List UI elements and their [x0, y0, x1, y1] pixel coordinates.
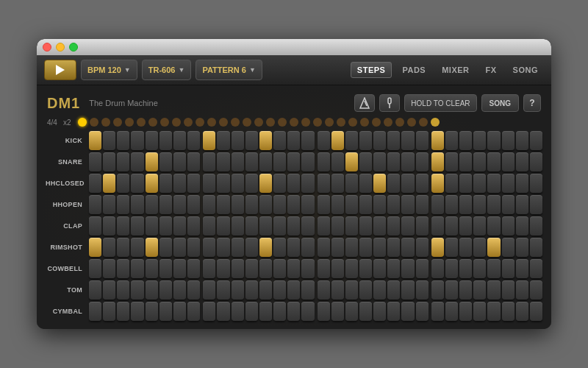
step-btn-2-13[interactable]: [273, 174, 286, 193]
step-btn-2-8[interactable]: [203, 174, 215, 193]
step-btn-0-13[interactable]: [273, 131, 286, 150]
step-btn-0-25[interactable]: [445, 131, 458, 150]
step-btn-4-6[interactable]: [173, 216, 186, 236]
step-btn-8-9[interactable]: [217, 302, 229, 321]
step-btn-2-11[interactable]: [245, 174, 258, 193]
step-btn-4-31[interactable]: [530, 216, 542, 236]
step-btn-0-30[interactable]: [516, 131, 528, 150]
step-btn-5-31[interactable]: [530, 238, 542, 257]
step-btn-6-7[interactable]: [187, 259, 200, 278]
step-btn-6-8[interactable]: [203, 259, 215, 278]
step-btn-1-0[interactable]: [89, 152, 101, 171]
step-btn-5-2[interactable]: [117, 238, 129, 257]
step-btn-0-24[interactable]: [431, 131, 444, 150]
step-btn-1-12[interactable]: [259, 152, 272, 171]
step-btn-5-28[interactable]: [487, 238, 500, 257]
step-btn-2-19[interactable]: [359, 174, 372, 193]
step-btn-8-8[interactable]: [203, 302, 215, 321]
step-btn-4-17[interactable]: [331, 216, 344, 236]
step-btn-8-3[interactable]: [131, 302, 143, 321]
step-btn-5-11[interactable]: [245, 238, 258, 257]
step-btn-5-26[interactable]: [459, 238, 472, 257]
step-btn-6-30[interactable]: [516, 259, 528, 278]
step-btn-6-26[interactable]: [459, 259, 472, 278]
step-btn-1-30[interactable]: [516, 152, 528, 171]
step-btn-7-8[interactable]: [203, 280, 215, 300]
step-btn-4-27[interactable]: [473, 216, 486, 236]
step-btn-5-22[interactable]: [401, 238, 414, 257]
step-btn-0-29[interactable]: [502, 131, 514, 150]
step-btn-7-15[interactable]: [301, 280, 314, 300]
step-btn-5-23[interactable]: [416, 238, 429, 257]
step-btn-4-12[interactable]: [259, 216, 272, 236]
step-btn-6-24[interactable]: [431, 259, 444, 278]
step-btn-4-5[interactable]: [159, 216, 172, 236]
step-btn-1-4[interactable]: [146, 152, 158, 171]
step-btn-3-8[interactable]: [203, 195, 215, 214]
step-btn-8-22[interactable]: [401, 302, 414, 321]
step-btn-4-29[interactable]: [502, 216, 514, 236]
maximize-button[interactable]: [69, 43, 78, 52]
step-btn-3-2[interactable]: [117, 195, 129, 214]
step-btn-3-30[interactable]: [516, 195, 528, 214]
step-btn-2-5[interactable]: [159, 174, 172, 193]
step-btn-2-4[interactable]: [146, 174, 158, 193]
step-btn-2-21[interactable]: [387, 174, 400, 193]
step-btn-0-3[interactable]: [131, 131, 143, 150]
step-btn-7-26[interactable]: [459, 280, 472, 300]
step-btn-3-17[interactable]: [331, 195, 344, 214]
step-btn-2-1[interactable]: [103, 174, 115, 193]
step-btn-0-11[interactable]: [245, 131, 258, 150]
step-btn-8-10[interactable]: [232, 302, 244, 321]
step-btn-1-13[interactable]: [273, 152, 286, 171]
step-btn-3-28[interactable]: [487, 195, 500, 214]
step-btn-0-17[interactable]: [331, 131, 344, 150]
step-btn-6-12[interactable]: [259, 259, 272, 278]
step-btn-7-18[interactable]: [345, 280, 358, 300]
step-btn-0-8[interactable]: [203, 131, 215, 150]
step-btn-1-24[interactable]: [431, 152, 444, 171]
step-btn-2-15[interactable]: [301, 174, 314, 193]
step-btn-4-30[interactable]: [516, 216, 528, 236]
step-btn-0-5[interactable]: [159, 131, 172, 150]
step-btn-7-30[interactable]: [516, 280, 528, 300]
step-btn-8-24[interactable]: [431, 302, 444, 321]
step-btn-5-4[interactable]: [146, 238, 158, 257]
step-btn-3-16[interactable]: [318, 195, 330, 214]
step-btn-1-23[interactable]: [416, 152, 429, 171]
step-btn-6-22[interactable]: [401, 259, 414, 278]
step-btn-4-20[interactable]: [373, 216, 386, 236]
step-btn-7-11[interactable]: [245, 280, 258, 300]
step-btn-1-17[interactable]: [331, 152, 344, 171]
step-btn-5-30[interactable]: [516, 238, 528, 257]
step-btn-8-7[interactable]: [187, 302, 200, 321]
step-btn-0-19[interactable]: [359, 131, 372, 150]
step-btn-2-30[interactable]: [516, 174, 528, 193]
step-btn-2-28[interactable]: [487, 174, 500, 193]
step-btn-0-1[interactable]: [103, 131, 115, 150]
step-btn-1-21[interactable]: [387, 152, 400, 171]
step-btn-8-30[interactable]: [516, 302, 528, 321]
step-btn-1-16[interactable]: [318, 152, 330, 171]
step-btn-7-23[interactable]: [416, 280, 429, 300]
step-btn-5-7[interactable]: [187, 238, 200, 257]
step-btn-0-22[interactable]: [401, 131, 414, 150]
step-btn-1-27[interactable]: [473, 152, 486, 171]
step-btn-1-18[interactable]: [345, 152, 358, 171]
step-btn-5-20[interactable]: [373, 238, 386, 257]
step-btn-1-31[interactable]: [530, 152, 542, 171]
step-btn-6-15[interactable]: [301, 259, 314, 278]
step-btn-7-10[interactable]: [232, 280, 244, 300]
step-btn-0-20[interactable]: [373, 131, 386, 150]
step-btn-7-2[interactable]: [117, 280, 129, 300]
step-btn-1-28[interactable]: [487, 152, 500, 171]
step-btn-3-10[interactable]: [232, 195, 244, 214]
step-btn-7-31[interactable]: [530, 280, 542, 300]
step-btn-2-24[interactable]: [431, 174, 444, 193]
step-btn-0-0[interactable]: [89, 131, 101, 150]
step-btn-5-0[interactable]: [89, 238, 101, 257]
step-btn-8-28[interactable]: [487, 302, 500, 321]
step-btn-6-18[interactable]: [345, 259, 358, 278]
step-btn-4-25[interactable]: [445, 216, 458, 236]
help-button[interactable]: ?: [523, 94, 541, 112]
